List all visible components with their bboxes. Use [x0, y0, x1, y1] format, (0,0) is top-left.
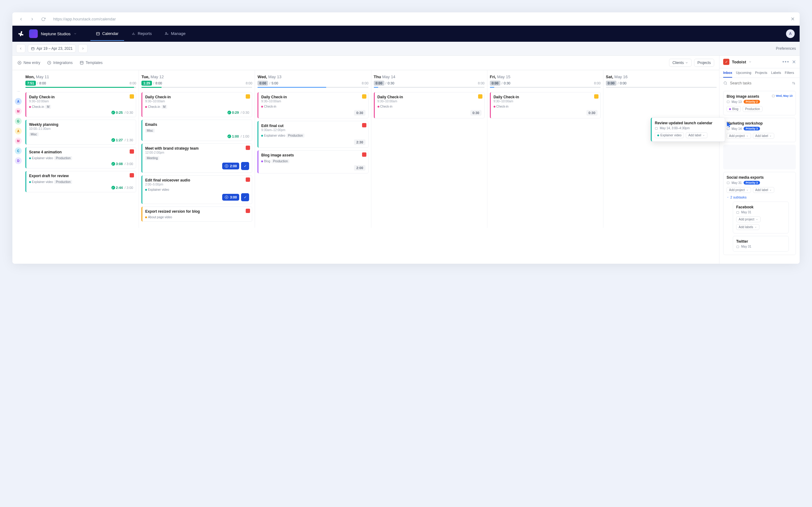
task-card[interactable]: Export draft for review Explainer video …	[26, 171, 136, 192]
chip[interactable]: Production	[743, 106, 762, 112]
task-card[interactable]: Daily Check-in 9:30–10:00am Check-in 0:3…	[374, 92, 485, 118]
day-column: Fri, May 15 0:00/0:308:00 Daily Check-in…	[487, 70, 603, 228]
day-column: Thu May 14 0:00/0:308:00 Daily Check-in …	[371, 70, 487, 228]
sidebar-task[interactable]: Blog image assets Wed, May 13 May 13Prio…	[723, 91, 796, 115]
chip[interactable]: Add project	[736, 216, 761, 222]
team-avatars: → AMGAMCD	[12, 70, 23, 228]
chip[interactable]: Add project	[726, 187, 751, 193]
workspace-selector[interactable]: Neptune Studios	[29, 30, 83, 38]
project-tag: Explainer video	[29, 157, 53, 160]
tab-manage[interactable]: Manage	[159, 27, 191, 41]
integration-icon	[246, 94, 250, 99]
task-card[interactable]: Blog image assets Blog Production 2:00	[257, 150, 368, 173]
panel-tab[interactable]: Labels	[771, 71, 781, 77]
drop-placeholder	[723, 145, 796, 169]
project-tag: Check-in	[145, 105, 160, 109]
chevron-down-icon[interactable]	[749, 60, 752, 63]
chip[interactable]: Add label	[753, 187, 774, 193]
task-card[interactable]: Edit final voiceover audio 2:00–5:00pm E…	[141, 175, 252, 204]
projects-filter[interactable]: Projects	[694, 59, 714, 67]
task-card[interactable]: Scene 4 animation Explainer video Produc…	[26, 147, 136, 168]
workspace-icon	[29, 30, 38, 38]
task-card[interactable]: Daily Check-in 9:30–10:00am Check-in 0:3…	[257, 92, 368, 118]
svg-rect-25	[727, 128, 729, 130]
chip[interactable]: Blog	[726, 106, 741, 112]
panel-tab[interactable]: Filters	[785, 71, 794, 77]
task-card[interactable]: Daily Check-in 9:30–10:00am Check-in M ✓…	[141, 92, 252, 117]
team-avatar[interactable]: M	[15, 137, 22, 145]
app-header: Neptune Studios Calendar Reports Manage …	[12, 26, 800, 42]
sidebar-task[interactable]: Facebook May 31 Add projectAdd labels	[733, 202, 789, 233]
sidebar-task[interactable]: Twitter May 31	[733, 236, 789, 251]
plus-circle-icon	[17, 61, 22, 65]
clients-filter[interactable]: Clients	[669, 59, 692, 67]
svg-rect-27	[737, 212, 739, 214]
project-tag: Blog	[261, 160, 270, 163]
confirm-button[interactable]: ✓	[241, 162, 249, 170]
chip[interactable]: Add project	[726, 133, 751, 139]
task-card[interactable]: Edit final cut 9:30am–12:00pm Explainer …	[257, 121, 368, 148]
confirm-button[interactable]: ✓	[241, 193, 249, 201]
sidebar-task[interactable]: Marketing workshop May 14Priority 3 Add …	[723, 118, 796, 142]
label-tag: Meeting	[145, 156, 159, 160]
task-card[interactable]: Daily Check-in 9:30–10:00am Check-in 0:3…	[490, 92, 601, 118]
label-tag: Production	[287, 133, 305, 137]
integration-icon	[246, 177, 250, 182]
user-avatar[interactable]: A	[786, 30, 795, 38]
task-card[interactable]: Meet with brand strategy team 12:00-2:00…	[141, 144, 252, 173]
next-week-button[interactable]	[78, 44, 88, 53]
task-card[interactable]: Weekly planning 10:00–11:30am Misc ✓1:27…	[26, 120, 136, 145]
panel-tab[interactable]: Upcoming	[736, 71, 751, 77]
team-avatar[interactable]: A	[15, 128, 22, 134]
subtasks-toggle[interactable]: 2 subtasks	[726, 195, 793, 199]
team-avatar[interactable]: C	[15, 148, 22, 154]
chip[interactable]: Add labels	[736, 224, 759, 230]
preferences-link[interactable]: Preferences	[776, 46, 796, 51]
back-button[interactable]	[17, 15, 25, 23]
tab-calendar[interactable]: Calendar	[90, 27, 124, 41]
project-tag: Explainer video	[145, 188, 169, 191]
date-toolbar: Apr 19 – Apr 23, 2021 Preferences	[12, 42, 800, 56]
svg-rect-28	[737, 246, 739, 248]
day-header: Sat, May 16 0:00/0:00	[606, 73, 717, 90]
url-input[interactable]	[51, 15, 787, 23]
panel-tab[interactable]: Projects	[755, 71, 767, 77]
sort-button[interactable]	[792, 81, 796, 85]
chip[interactable]: Add label	[753, 133, 774, 139]
search-icon	[723, 81, 727, 85]
drag-task-card[interactable]: Review updated launch calendar May 14, 3…	[651, 117, 725, 142]
forward-button[interactable]	[29, 15, 36, 23]
svg-point-19	[724, 81, 726, 84]
date-range-picker[interactable]: Apr 19 – Apr 23, 2021	[28, 45, 76, 53]
task-card[interactable]: Export resized version for blog About pa…	[141, 207, 252, 222]
chevron-down-icon	[754, 226, 757, 228]
team-avatar[interactable]: D	[15, 157, 22, 164]
task-card[interactable]: Emails Misc ✓1:00/ 1:00	[141, 120, 252, 141]
reload-button[interactable]	[40, 15, 47, 23]
task-card[interactable]: Daily Check-in 9:30–10:00am Check-in M ✓…	[26, 92, 136, 117]
close-panel-button[interactable]: ✕	[792, 59, 796, 65]
sidebar-task[interactable]: Social media exports May 31Priority 3 Ad…	[723, 172, 796, 255]
team-avatar[interactable]: M	[15, 108, 22, 115]
svg-line-20	[726, 84, 726, 84]
search-input[interactable]	[730, 81, 789, 85]
label-tag: Misc	[29, 132, 39, 136]
close-button[interactable]: ✕	[791, 16, 795, 22]
more-icon[interactable]: •••	[782, 59, 790, 65]
play-button[interactable]: 2:00	[222, 163, 239, 169]
calendar-icon	[726, 181, 730, 184]
team-avatar[interactable]: A	[15, 98, 22, 105]
play-button[interactable]: 3:00	[222, 194, 239, 201]
templates-button[interactable]: Templates	[80, 61, 103, 65]
panel-tab[interactable]: Inbox	[723, 71, 732, 77]
label-tag: M	[45, 105, 51, 109]
integration-icon	[246, 209, 250, 213]
team-avatar[interactable]: G	[15, 118, 22, 125]
integrations-button[interactable]: Integrations	[47, 61, 73, 65]
tab-reports[interactable]: Reports	[126, 27, 157, 41]
expand-icon[interactable]: →	[14, 86, 23, 95]
todoist-panel: Review updated launch calendar May 14, 3…	[719, 56, 800, 264]
add-label-chip[interactable]: Add label	[686, 132, 707, 138]
new-entry-button[interactable]: New entry	[17, 61, 40, 65]
prev-week-button[interactable]	[16, 44, 26, 53]
